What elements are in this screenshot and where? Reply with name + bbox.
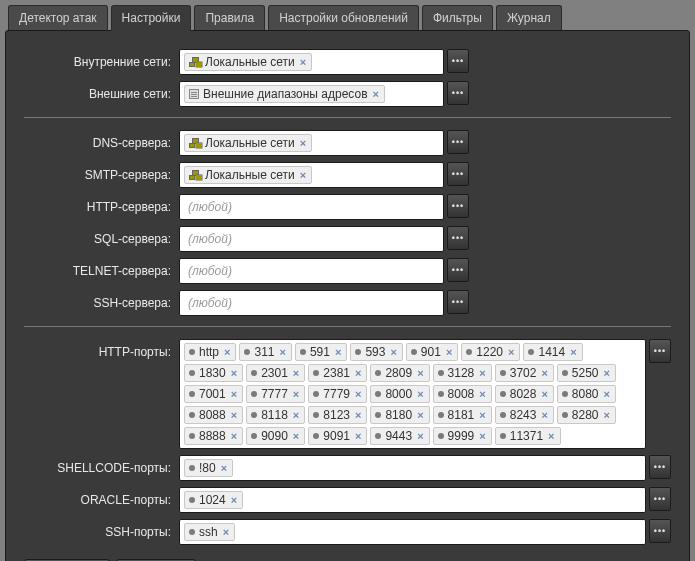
remove-tag-icon[interactable]: × (278, 346, 286, 358)
remove-tag-icon[interactable]: × (478, 409, 486, 421)
port-tag[interactable]: 1414× (523, 343, 582, 361)
more-button[interactable]: ••• (447, 290, 469, 314)
more-button[interactable]: ••• (649, 455, 671, 479)
port-tag[interactable]: 3702× (495, 364, 554, 382)
remove-tag-icon[interactable]: × (416, 388, 424, 400)
remove-tag-icon[interactable]: × (230, 388, 238, 400)
shellcode-ports-field[interactable]: !80× (179, 455, 646, 481)
oracle-ports-field[interactable]: 1024× (179, 487, 646, 513)
remove-tag-icon[interactable]: × (354, 388, 362, 400)
port-tag[interactable]: 8123× (308, 406, 367, 424)
ssh-ports-field[interactable]: ssh× (179, 519, 646, 545)
telnet-field[interactable]: (любой) (179, 258, 444, 284)
port-tag[interactable]: 7779× (308, 385, 367, 403)
port-tag[interactable]: 5250× (557, 364, 616, 382)
more-button[interactable]: ••• (447, 162, 469, 186)
port-tag[interactable]: 593× (350, 343, 402, 361)
smtp-field[interactable]: Локальные сети× (179, 162, 444, 188)
tab-3[interactable]: Настройки обновлений (268, 5, 419, 30)
remove-tag-icon[interactable]: × (416, 430, 424, 442)
port-tag[interactable]: 8280× (557, 406, 616, 424)
remove-tag-icon[interactable]: × (389, 346, 397, 358)
ssh-servers-field[interactable]: (любой) (179, 290, 444, 316)
remove-tag-icon[interactable]: × (478, 367, 486, 379)
port-tag[interactable]: 8118× (246, 406, 305, 424)
tab-1[interactable]: Настройки (111, 5, 192, 31)
more-button[interactable]: ••• (447, 49, 469, 73)
more-button[interactable]: ••• (447, 194, 469, 218)
port-tag[interactable]: ssh× (184, 523, 235, 541)
remove-tag-icon[interactable]: × (292, 430, 300, 442)
port-tag[interactable]: 8008× (433, 385, 492, 403)
remove-tag-icon[interactable]: × (223, 346, 231, 358)
port-tag[interactable]: 2301× (246, 364, 305, 382)
port-tag[interactable]: 8243× (495, 406, 554, 424)
remove-tag-icon[interactable]: × (334, 346, 342, 358)
port-tag[interactable]: 901× (406, 343, 458, 361)
more-button[interactable]: ••• (447, 81, 469, 105)
remove-tag-icon[interactable]: × (220, 462, 228, 474)
dns-field[interactable]: Локальные сети× (179, 130, 444, 156)
remove-tag-icon[interactable]: × (292, 409, 300, 421)
port-tag[interactable]: 1024× (184, 491, 243, 509)
remove-tag-icon[interactable]: × (547, 430, 555, 442)
port-tag[interactable]: 591× (295, 343, 347, 361)
tab-0[interactable]: Детектор атак (8, 5, 108, 30)
remove-tag-icon[interactable]: × (222, 526, 230, 538)
tag-local-nets[interactable]: Локальные сети× (184, 166, 312, 184)
port-tag[interactable]: 8028× (495, 385, 554, 403)
remove-tag-icon[interactable]: × (540, 388, 548, 400)
port-tag[interactable]: 8080× (557, 385, 616, 403)
remove-tag-icon[interactable]: × (416, 409, 424, 421)
remove-tag-icon[interactable]: × (603, 388, 611, 400)
more-button[interactable]: ••• (649, 339, 671, 363)
port-tag[interactable]: 8180× (370, 406, 429, 424)
port-tag[interactable]: 311× (239, 343, 291, 361)
remove-tag-icon[interactable]: × (507, 346, 515, 358)
port-tag[interactable]: 8000× (370, 385, 429, 403)
remove-tag-icon[interactable]: × (478, 430, 486, 442)
remove-tag-icon[interactable]: × (569, 346, 577, 358)
sql-field[interactable]: (любой) (179, 226, 444, 252)
more-button[interactable]: ••• (447, 258, 469, 282)
port-tag[interactable]: 8181× (433, 406, 492, 424)
port-tag[interactable]: http× (184, 343, 236, 361)
remove-tag-icon[interactable]: × (354, 430, 362, 442)
remove-tag-icon[interactable]: × (540, 367, 548, 379)
remove-tag-icon[interactable]: × (354, 367, 362, 379)
tag-local-nets[interactable]: Локальные сети× (184, 134, 312, 152)
more-button[interactable]: ••• (649, 487, 671, 511)
port-tag[interactable]: 7777× (246, 385, 305, 403)
remove-tag-icon[interactable]: × (416, 367, 424, 379)
remove-tag-icon[interactable]: × (603, 367, 611, 379)
external-nets-field[interactable]: Внешние диапазоны адресов× (179, 81, 444, 107)
tab-2[interactable]: Правила (194, 5, 265, 30)
port-tag[interactable]: 2809× (370, 364, 429, 382)
port-tag[interactable]: 9090× (246, 427, 305, 445)
remove-tag-icon[interactable]: × (230, 367, 238, 379)
port-tag[interactable]: 2381× (308, 364, 367, 382)
remove-tag-icon[interactable]: × (230, 430, 238, 442)
remove-tag-icon[interactable]: × (445, 346, 453, 358)
port-tag[interactable]: !80× (184, 459, 233, 477)
port-tag[interactable]: 7001× (184, 385, 243, 403)
remove-tag-icon[interactable]: × (299, 169, 307, 181)
remove-tag-icon[interactable]: × (299, 137, 307, 149)
internal-nets-field[interactable]: Локальные сети× (179, 49, 444, 75)
remove-tag-icon[interactable]: × (540, 409, 548, 421)
remove-tag-icon[interactable]: × (230, 409, 238, 421)
port-tag[interactable]: 11371× (495, 427, 561, 445)
remove-tag-icon[interactable]: × (478, 388, 486, 400)
port-tag[interactable]: 1220× (461, 343, 520, 361)
tag-external-ranges[interactable]: Внешние диапазоны адресов× (184, 85, 385, 103)
more-button[interactable]: ••• (447, 226, 469, 250)
port-tag[interactable]: 9443× (370, 427, 429, 445)
port-tag[interactable]: 9999× (433, 427, 492, 445)
http-servers-field[interactable]: (любой) (179, 194, 444, 220)
tab-4[interactable]: Фильтры (422, 5, 493, 30)
http-ports-field[interactable]: http×311×591×593×901×1220×1414×1830×2301… (179, 339, 646, 449)
more-button[interactable]: ••• (649, 519, 671, 543)
tab-5[interactable]: Журнал (496, 5, 562, 30)
remove-tag-icon[interactable]: × (292, 367, 300, 379)
more-button[interactable]: ••• (447, 130, 469, 154)
